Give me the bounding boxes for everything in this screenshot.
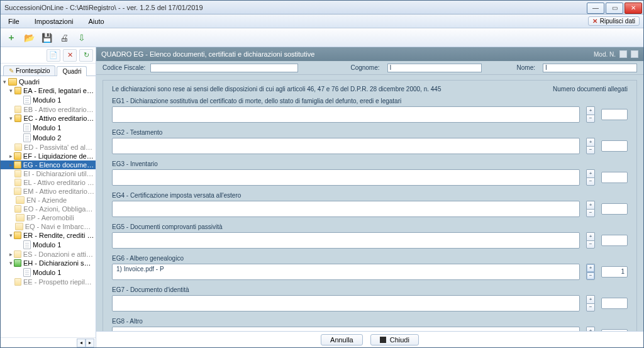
eg4-label: EG4 - Certificazione imposta versata all… xyxy=(112,192,628,199)
panel-title: QUADRO EG - Elenco documenti, certificat… xyxy=(101,50,594,58)
eg5-spinner[interactable]: +− xyxy=(586,232,595,249)
tree-er[interactable]: ▾ER - Rendite, crediti e altri be xyxy=(1,231,96,240)
mod-prev-button[interactable] xyxy=(619,50,627,58)
tree-el[interactable]: EL - Attivo ereditario terreni s xyxy=(1,178,96,187)
eg8-spinner[interactable]: +− xyxy=(586,327,595,331)
tab-frontespizio[interactable]: ✎Frontespizio xyxy=(3,65,55,76)
tree-eh[interactable]: ▾EH - Dichiarazioni sostitutive, xyxy=(1,259,96,267)
eg3-label: EG3 - Inventario xyxy=(112,160,628,167)
cognome-field[interactable]: I xyxy=(387,64,482,72)
eg2-label: EG2 - Testamento xyxy=(112,129,628,136)
save-button[interactable]: 💾 xyxy=(40,31,53,45)
tree-add-button[interactable]: 📄 xyxy=(47,49,60,62)
eg2-count[interactable] xyxy=(601,140,628,152)
tree-eb[interactable]: EB - Attivo ereditario catasto xyxy=(1,105,96,114)
eg1-count[interactable] xyxy=(601,109,628,120)
printer-icon: 🖨 xyxy=(60,33,69,43)
tree-delete-button[interactable]: ✕ xyxy=(63,49,77,62)
menu-file[interactable]: File xyxy=(1,18,27,25)
eg5-label: EG5 - Documenti comprovanti passività xyxy=(112,223,628,230)
eg8-label: EG8 - Altro xyxy=(112,318,628,325)
tree-ea[interactable]: ▾EA - Eredi, legatari e altri sog xyxy=(1,86,96,95)
tree-ed[interactable]: ED - Passivita' ed altri oneri xyxy=(1,143,96,152)
tree-eg[interactable]: ▸EG - Elenco documenti, certifi xyxy=(1,160,96,169)
menu-aiuto[interactable]: Aiuto xyxy=(81,18,112,25)
tree-root-quadri[interactable]: ▾Quadri xyxy=(1,77,96,86)
ripulisci-label: Ripulisci dati xyxy=(600,18,635,25)
tree-ee[interactable]: EE - Prospetto riepilogativo a xyxy=(1,278,96,286)
tree-er-m1[interactable]: Modulo 1 xyxy=(1,240,96,250)
clear-icon: ✕ xyxy=(592,18,597,25)
scroll-right-button[interactable]: ▸ xyxy=(86,339,94,347)
pencil-icon: ✎ xyxy=(9,67,14,74)
minimize-button[interactable]: — xyxy=(587,3,604,14)
new-button[interactable]: ＋ xyxy=(4,31,18,45)
eg7-spinner[interactable]: +− xyxy=(586,295,595,312)
chiudi-button[interactable]: Chiudi xyxy=(370,334,419,345)
eg6-label: EG6 - Albero genealogico xyxy=(112,255,628,262)
tree-em[interactable]: EM - Attivo ereditario fabbrica xyxy=(1,187,96,196)
cf-field[interactable] xyxy=(150,64,298,72)
tab-quadri[interactable]: Quadri xyxy=(57,66,87,76)
eg6-input[interactable]: 1) Invoice.pdf - P xyxy=(112,264,580,280)
tree-ec-m1[interactable]: Modulo 1 xyxy=(1,123,96,133)
plus-icon: ＋ xyxy=(7,32,16,43)
tree-es[interactable]: ▸ES - Donazioni e atti a titolo g xyxy=(1,250,96,259)
folder-open-icon: 📂 xyxy=(24,33,35,43)
floppy-icon: 💾 xyxy=(42,33,52,43)
quadri-tree[interactable]: ▾Quadri ▾EA - Eredi, legatari e altri so… xyxy=(1,76,96,337)
eg4-count[interactable] xyxy=(601,203,628,215)
eg3-input[interactable] xyxy=(112,169,580,186)
tree-ea-m1[interactable]: Modulo 1 xyxy=(1,95,96,105)
tree-en[interactable]: EN - Aziende xyxy=(1,196,96,205)
eg4-spinner[interactable]: +− xyxy=(586,201,595,217)
tree-ei[interactable]: EI - Dichiarazioni utili alla vol xyxy=(1,169,96,178)
ripulisci-dati-button[interactable]: ✕ Ripulisci dati xyxy=(588,16,640,26)
eg7-label: EG7 - Documento d'identità xyxy=(112,286,628,293)
eg2-spinner[interactable]: +− xyxy=(586,138,595,154)
col-header: Numero documenti allegati xyxy=(553,86,628,93)
window-title: SuccessioniOnLine - C:\AttiRegistro\ - -… xyxy=(4,4,587,11)
panel-mod-label: Mod. N. xyxy=(594,50,638,58)
tree-eo[interactable]: EO - Azioni, Obbligazioni, Alt xyxy=(1,205,96,213)
eg1-input[interactable] xyxy=(112,106,580,123)
nome-label: Nome: xyxy=(517,64,535,71)
eg7-input[interactable] xyxy=(112,295,580,312)
eg5-input[interactable] xyxy=(112,232,580,249)
eg4-input[interactable] xyxy=(112,201,580,217)
delete-icon: ✕ xyxy=(67,51,73,59)
annulla-button[interactable]: Annulla xyxy=(321,334,363,345)
eg2-input[interactable] xyxy=(112,138,580,154)
close-button[interactable]: ✕ xyxy=(625,3,642,14)
tree-ec-m2[interactable]: Modulo 2 xyxy=(1,133,96,143)
export-icon: ⇩ xyxy=(78,33,86,43)
cf-label: Codice Fiscale: xyxy=(103,64,145,71)
mod-next-button[interactable] xyxy=(631,50,638,58)
tree-ec[interactable]: ▾EC - Attivo ereditario catasto xyxy=(1,114,96,123)
open-button[interactable]: 📂 xyxy=(22,31,36,45)
tree-eh-m1[interactable]: Modulo 1 xyxy=(1,267,96,278)
declaration-note: Le dichiarazioni sono rese ai sensi dell… xyxy=(112,86,441,93)
maximize-button[interactable]: ▭ xyxy=(606,3,623,14)
eg5-count[interactable] xyxy=(601,235,628,246)
scroll-left-button[interactable]: ◂ xyxy=(77,339,86,347)
eg8-input[interactable] xyxy=(112,327,580,331)
eg8-count[interactable] xyxy=(601,329,628,331)
stop-icon xyxy=(380,337,386,343)
eg6-spinner[interactable]: +− xyxy=(586,264,595,280)
eg1-spinner[interactable]: +− xyxy=(586,106,595,123)
eg3-spinner[interactable]: +− xyxy=(586,169,595,186)
page-icon xyxy=(23,96,31,104)
tree-ef[interactable]: ▸EF - Liquidazione delle impos xyxy=(1,152,96,160)
print-button[interactable]: 🖨 xyxy=(57,31,71,45)
eg6-count[interactable]: 1 xyxy=(601,266,628,278)
nome-field[interactable]: I xyxy=(543,64,637,72)
tree-ep[interactable]: EP - Aeromobili xyxy=(1,213,96,222)
menu-impostazioni[interactable]: Impostazioni xyxy=(27,18,81,25)
doc-plus-icon: 📄 xyxy=(49,51,58,59)
export-button[interactable]: ⇩ xyxy=(75,31,89,45)
eg3-count[interactable] xyxy=(601,172,628,183)
tree-eq[interactable]: EQ - Navi e Imbarcazioni xyxy=(1,222,96,231)
tree-refresh-button[interactable]: ↻ xyxy=(79,49,93,62)
eg7-count[interactable] xyxy=(601,298,628,309)
